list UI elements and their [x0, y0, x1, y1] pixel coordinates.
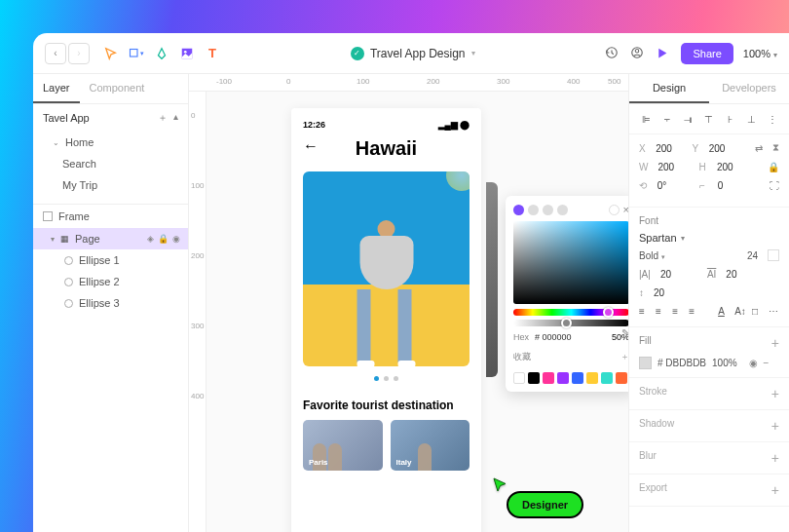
swatch[interactable] — [513, 372, 525, 384]
title-dropdown-icon[interactable]: ▾ — [471, 49, 475, 57]
lightness-thumb[interactable] — [561, 318, 572, 328]
collapse-icon[interactable]: ▴ — [173, 111, 178, 125]
history-icon[interactable] — [605, 46, 620, 61]
letter-spacing-value[interactable]: 20 — [726, 269, 763, 280]
zoom-level[interactable]: 100% ▾ — [743, 48, 777, 59]
add-shadow-icon[interactable]: + — [771, 418, 779, 434]
fill-swatch[interactable] — [639, 357, 652, 369]
forward-button[interactable]: › — [68, 43, 90, 64]
color-picker-panel[interactable]: × ✎ Hex # 000000 50% 收藏＋ — [506, 196, 628, 392]
line-height-value[interactable]: 20 — [660, 269, 697, 280]
add-export-icon[interactable]: + — [771, 482, 779, 498]
play-icon[interactable] — [656, 46, 671, 61]
w-value[interactable]: 200 — [658, 162, 689, 172]
corners-icon[interactable]: ⛶ — [770, 180, 779, 191]
eyedropper-icon[interactable]: ✎ — [621, 327, 628, 338]
rotation-value[interactable]: 0° — [658, 180, 690, 191]
fill-mode-linear[interactable] — [528, 205, 539, 215]
distribute-icon[interactable]: ⋮ — [766, 112, 779, 126]
hex-value[interactable]: # 000000 — [535, 332, 606, 342]
font-checkbox[interactable] — [768, 249, 779, 261]
layer-ellipse-3[interactable]: Ellipse 3 — [33, 292, 188, 314]
lightness-slider[interactable] — [513, 320, 628, 326]
timer-icon[interactable]: ⧗ — [772, 142, 779, 154]
paragraph-spacing-value[interactable]: 20 — [654, 287, 691, 298]
expand-icon[interactable]: ▾ — [51, 235, 55, 244]
pen-tool-icon[interactable] — [154, 46, 169, 61]
text-more-icon[interactable]: ⋯ — [769, 306, 779, 319]
close-icon[interactable]: × — [623, 204, 628, 215]
align-right-icon[interactable]: ⫣ — [681, 112, 695, 126]
shadow-section[interactable]: Shadow+ — [629, 410, 789, 442]
tree-item-search[interactable]: Search — [33, 153, 188, 174]
h-value[interactable]: 200 — [717, 162, 748, 172]
add-stroke-icon[interactable]: + — [771, 386, 779, 401]
tree-item-home[interactable]: ⌄Home — [33, 132, 188, 153]
card-italy[interactable]: Italy — [391, 420, 470, 471]
text-transform-icon[interactable]: A↕ — [734, 306, 746, 319]
move-tool-icon[interactable] — [103, 46, 119, 61]
font-weight-select[interactable]: Bold ▾ — [639, 250, 665, 261]
user-icon[interactable] — [630, 46, 646, 61]
align-middle-icon[interactable]: ⊦ — [724, 112, 737, 126]
blur-section[interactable]: Blur+ — [629, 442, 789, 475]
fill-opacity[interactable]: 100% — [712, 358, 737, 368]
layer-ellipse-1[interactable]: Ellipse 1 — [33, 249, 188, 271]
tab-design[interactable]: Design — [629, 74, 709, 103]
align-center-h-icon[interactable]: ⫟ — [660, 112, 674, 126]
hue-slider[interactable] — [513, 309, 628, 316]
text-align-center-icon[interactable]: ≡ — [656, 306, 666, 319]
back-button[interactable]: ‹ — [45, 43, 66, 64]
fill-visibility-icon[interactable]: ◉ — [749, 358, 758, 368]
lock-ratio-icon[interactable]: 🔒 — [768, 162, 779, 172]
share-button[interactable]: Share — [681, 43, 733, 64]
text-decoration-icon[interactable]: A — [718, 306, 729, 319]
tree-item-mytrip[interactable]: My Trip — [33, 174, 188, 196]
text-box-icon[interactable]: □ — [752, 306, 763, 319]
tab-layer[interactable]: Layer — [33, 74, 80, 103]
tab-component[interactable]: Component — [80, 74, 155, 103]
fill-remove-icon[interactable]: − — [764, 358, 770, 368]
swatch[interactable] — [543, 372, 554, 384]
visibility-icon[interactable]: ◉ — [172, 234, 180, 244]
align-left-icon[interactable]: ⊫ — [639, 112, 653, 126]
dot-2[interactable] — [384, 376, 389, 381]
frame-tool-icon[interactable]: ▾ — [129, 46, 144, 61]
radius-value[interactable]: 0 — [718, 180, 750, 191]
frame-header[interactable]: Frame — [33, 204, 188, 228]
fill-mode-solid[interactable] — [513, 205, 524, 215]
text-tool-icon[interactable]: T — [205, 46, 220, 61]
align-top-icon[interactable]: ⊤ — [702, 112, 716, 126]
stroke-section[interactable]: Stroke+ — [629, 378, 789, 410]
export-section[interactable]: Export+ — [629, 475, 789, 507]
swatch[interactable] — [557, 372, 569, 384]
image-tool-icon[interactable] — [179, 46, 195, 61]
align-bottom-icon[interactable]: ⊥ — [744, 112, 758, 126]
add-swatch-icon[interactable]: ＋ — [620, 351, 628, 363]
canvas[interactable]: -1000100200300400500 0100200300400 12:26… — [189, 74, 628, 532]
tab-developers[interactable]: Developers — [709, 74, 789, 103]
add-fill-icon[interactable]: + — [771, 335, 779, 351]
add-page-icon[interactable]: ＋ — [158, 111, 168, 125]
fill-hex[interactable]: # DBDBDB — [658, 358, 706, 368]
swatch[interactable] — [616, 372, 627, 384]
artboard-mobile[interactable]: 12:26 ▂▄▆ ⬤ ← Hawaii — [291, 108, 481, 532]
text-align-right-icon[interactable]: ≡ — [672, 306, 683, 319]
flip-h-icon[interactable]: ⇄ — [755, 143, 763, 154]
color-gradient-area[interactable] — [513, 221, 628, 304]
card-paris[interactable]: Paris — [303, 420, 383, 471]
font-family-select[interactable]: Spartan▾ — [639, 232, 779, 244]
carousel-dots[interactable] — [303, 376, 470, 381]
layer-page[interactable]: ▾ ▦ Page ◈🔒◉ — [33, 228, 188, 249]
swatch[interactable] — [601, 372, 613, 384]
text-align-justify-icon[interactable]: ≡ — [689, 306, 699, 319]
fill-mode-angular[interactable] — [557, 205, 568, 215]
swatch[interactable] — [572, 372, 583, 384]
text-align-left-icon[interactable]: ≡ — [639, 306, 650, 319]
fill-mode-radial[interactable] — [543, 205, 553, 215]
x-value[interactable]: 200 — [656, 143, 682, 154]
fill-mode-image[interactable] — [609, 205, 620, 215]
font-size-value[interactable]: 24 — [747, 250, 758, 261]
lock-icon[interactable]: 🔒 — [158, 234, 169, 244]
y-value[interactable]: 200 — [709, 143, 735, 154]
